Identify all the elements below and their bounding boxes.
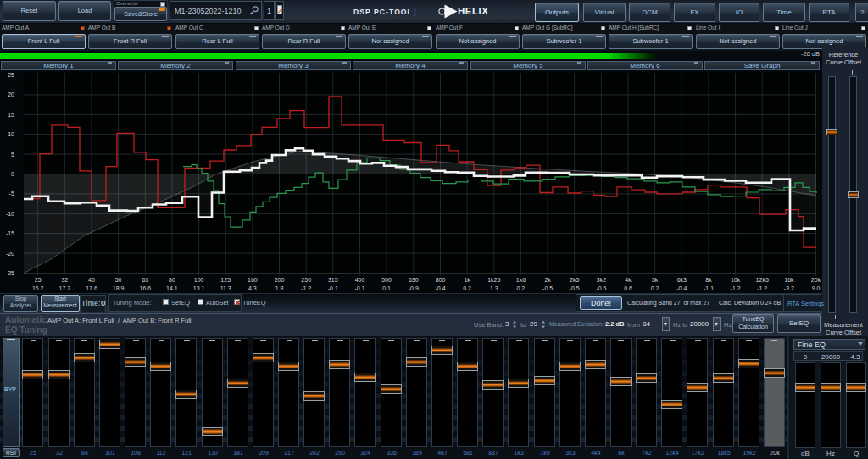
svg-text:-0.5: -0.5 <box>542 285 553 291</box>
svg-text:4.3: 4.3 <box>248 285 257 291</box>
svg-text:-20: -20 <box>6 251 14 257</box>
svg-text:2k5: 2k5 <box>570 277 579 283</box>
svg-text:0.2: 0.2 <box>651 285 659 291</box>
svg-text:32: 32 <box>61 277 68 283</box>
svg-text:200: 200 <box>275 277 285 283</box>
svg-text:25: 25 <box>8 72 14 78</box>
svg-text:-0.1: -0.1 <box>328 285 338 291</box>
svg-text:315: 315 <box>328 277 338 283</box>
svg-text:18.9: 18.9 <box>113 285 125 291</box>
svg-text:11.3: 11.3 <box>220 285 231 291</box>
svg-text:-25: -25 <box>6 270 14 276</box>
svg-text:0: 0 <box>11 171 14 177</box>
svg-text:50: 50 <box>115 277 122 283</box>
svg-text:-0.9: -0.9 <box>409 285 419 291</box>
svg-text:0.2: 0.2 <box>463 285 471 291</box>
svg-text:2k: 2k <box>544 277 551 283</box>
svg-text:-5: -5 <box>9 191 14 196</box>
svg-text:5: 5 <box>11 152 14 158</box>
svg-text:800: 800 <box>436 277 446 283</box>
svg-text:630: 630 <box>409 277 419 283</box>
svg-text:-0.4: -0.4 <box>676 285 687 291</box>
svg-text:1k: 1k <box>464 277 470 283</box>
svg-text:400: 400 <box>355 277 365 283</box>
svg-text:1k6: 1k6 <box>516 277 526 283</box>
svg-text:25: 25 <box>35 277 42 283</box>
svg-text:8k: 8k <box>705 277 712 283</box>
svg-text:-0.1: -0.1 <box>354 285 364 291</box>
svg-text:17.2: 17.2 <box>58 285 70 291</box>
svg-text:9.0: 9.0 <box>812 285 821 291</box>
svg-text:10k: 10k <box>731 277 741 283</box>
svg-text:20: 20 <box>8 91 14 97</box>
svg-text:125: 125 <box>220 277 231 283</box>
svg-text:17.6: 17.6 <box>86 285 97 291</box>
svg-text:-3.2: -3.2 <box>784 285 794 291</box>
svg-text:6k3: 6k3 <box>677 277 687 283</box>
svg-text:0.1: 0.1 <box>382 285 391 291</box>
svg-text:40: 40 <box>88 277 95 283</box>
svg-text:15: 15 <box>8 112 14 118</box>
svg-text:1k25: 1k25 <box>487 277 500 283</box>
svg-text:16.2: 16.2 <box>32 285 44 291</box>
svg-text:-1.2: -1.2 <box>301 285 311 291</box>
svg-text:14.1: 14.1 <box>166 285 178 291</box>
svg-text:3k2: 3k2 <box>597 277 606 283</box>
svg-text:16.6: 16.6 <box>139 285 151 291</box>
svg-text:-10: -10 <box>6 211 14 217</box>
svg-text:-0.5: -0.5 <box>596 285 606 291</box>
svg-text:-1.1: -1.1 <box>704 285 714 291</box>
svg-text:-1.2: -1.2 <box>731 285 741 291</box>
svg-text:1.8: 1.8 <box>275 285 284 291</box>
svg-text:20k: 20k <box>811 277 821 283</box>
svg-text:1.3: 1.3 <box>490 285 498 291</box>
svg-text:12k5: 12k5 <box>756 277 769 283</box>
svg-text:10: 10 <box>8 131 14 137</box>
svg-text:80: 80 <box>169 277 175 283</box>
svg-text:250: 250 <box>301 277 311 283</box>
svg-text:16k: 16k <box>784 277 794 283</box>
svg-text:0.6: 0.6 <box>624 285 632 291</box>
svg-text:4k: 4k <box>625 277 632 283</box>
svg-text:-0.4: -0.4 <box>435 285 445 291</box>
svg-text:100: 100 <box>194 277 204 283</box>
svg-text:13.1: 13.1 <box>193 285 205 291</box>
svg-text:0.2: 0.2 <box>517 285 526 291</box>
svg-text:-15: -15 <box>6 230 14 236</box>
svg-text:5k: 5k <box>652 277 659 283</box>
svg-text:500: 500 <box>381 277 392 283</box>
svg-text:63: 63 <box>142 277 148 283</box>
svg-text:160: 160 <box>248 277 258 283</box>
svg-text:-0.5: -0.5 <box>570 285 580 291</box>
svg-text:-1.2: -1.2 <box>757 285 767 291</box>
